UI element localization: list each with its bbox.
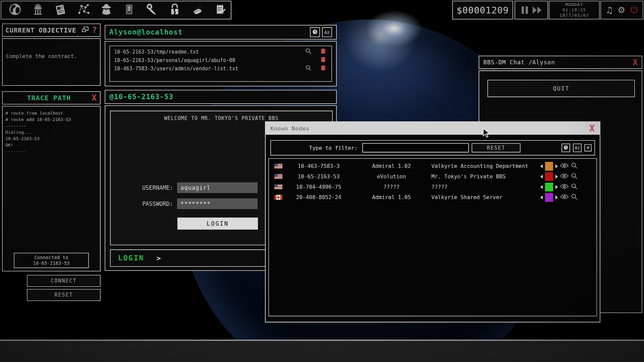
- quit-button[interactable]: QUIT: [487, 80, 635, 97]
- node-row[interactable]: 10-65-2163-53 eVolution Mr. Tokyo's Priv…: [269, 171, 596, 182]
- eye-icon: [560, 163, 569, 170]
- delete-file-button[interactable]: [319, 48, 327, 55]
- file-path: 10-65-2163-53/tmp/readme.txt: [114, 49, 199, 55]
- broken-lock-icon: [168, 2, 182, 18]
- color-prev-arrow[interactable]: [540, 195, 543, 199]
- watch-node-button[interactable]: [560, 184, 569, 190]
- password-label: PASSWORD:: [133, 200, 173, 207]
- node-row[interactable]: 10-463-7583-3 Admiral 1.02 Valkyrie Acco…: [269, 161, 596, 171]
- filter-label: Type to filter:: [271, 145, 358, 151]
- color-next-arrow[interactable]: [555, 164, 558, 168]
- node-number: 10-704-4996-75: [286, 184, 352, 190]
- password-input[interactable]: [177, 198, 258, 209]
- color-next-arrow[interactable]: [555, 195, 558, 199]
- sort-az-button[interactable]: Az: [573, 143, 582, 152]
- notes-button[interactable]: [213, 2, 228, 18]
- node-row[interactable]: 10-704-4996-75 ????? ?????: [269, 182, 596, 192]
- node-row[interactable]: 20-408-8052-24 Admiral 1.05 Valkyrie Sha…: [269, 192, 596, 202]
- sort-az-button[interactable]: Az: [322, 27, 332, 37]
- pause-button[interactable]: [522, 6, 528, 14]
- file-row[interactable]: 10-65-2163-53/personal/aquagirl/abufo-00: [114, 56, 327, 64]
- settings-button[interactable]: ⚙: [618, 6, 625, 14]
- network-map-button[interactable]: [76, 2, 91, 18]
- node-color-swatch[interactable]: [545, 172, 553, 181]
- command-login-label: LOGIN: [118, 254, 144, 262]
- file-row[interactable]: 10-463-7583-3/users/admin/vendor-list.tx…: [114, 64, 327, 73]
- color-next-arrow[interactable]: [555, 175, 558, 179]
- eye-icon: [560, 194, 569, 201]
- watch-node-button[interactable]: [560, 194, 569, 201]
- color-prev-arrow[interactable]: [540, 164, 543, 168]
- log-line: # route add 10-65-2163-53: [5, 116, 97, 123]
- key-icon: [145, 2, 159, 18]
- node-color-swatch[interactable]: [545, 193, 553, 202]
- trace-titlebar: TRACE PATH X: [2, 91, 101, 105]
- files-title: Alyson@localhost: [109, 28, 182, 36]
- music-button[interactable]: ♫: [605, 6, 613, 14]
- file-row[interactable]: 10-65-2163-53/tmp/readme.txt: [114, 48, 327, 56]
- missions-button[interactable]: [99, 2, 114, 18]
- filter-reset-button[interactable]: RESET: [472, 143, 521, 153]
- trace-title: TRACE PATH: [27, 94, 71, 102]
- news-button[interactable]: [53, 2, 68, 18]
- magnifier-icon: [571, 195, 578, 201]
- magnifier-icon: [305, 65, 312, 72]
- objective-title: CURRENT OBJECTIVE: [5, 26, 76, 34]
- sort-time-button[interactable]: [310, 27, 320, 37]
- software-button[interactable]: [190, 2, 205, 18]
- filter-input[interactable]: [362, 143, 469, 153]
- help-button[interactable]: ?: [92, 25, 97, 35]
- view-file-button[interactable]: [304, 65, 313, 72]
- trash-icon: [321, 65, 325, 72]
- node-number: 10-65-2163-53: [286, 173, 352, 180]
- node-color-swatch[interactable]: [545, 162, 553, 171]
- passwords-button[interactable]: [144, 2, 160, 18]
- sort-number-button[interactable]: #: [584, 144, 592, 152]
- us-flag-icon: [274, 164, 282, 169]
- starfield: [0, 0, 0, 0]
- view-file-button[interactable]: [304, 48, 313, 56]
- file-list: 10-65-2163-53/tmp/readme.txt 10-65-2163-…: [109, 46, 332, 82]
- delete-file-button[interactable]: [319, 57, 327, 64]
- watch-node-button[interactable]: [560, 173, 569, 180]
- objective-titlebar: CURRENT OBJECTIVE ?: [2, 23, 101, 37]
- username-input[interactable]: [177, 182, 258, 193]
- trace-reset-button[interactable]: RESET: [27, 289, 101, 301]
- nodes-titlebar[interactable]: Known Nodes X: [266, 122, 600, 135]
- node-number: 20-408-8052-24: [286, 194, 352, 200]
- bbs-login-button[interactable]: LOGIN: [177, 218, 258, 230]
- fast-forward-button[interactable]: [533, 6, 541, 14]
- username-row: USERNAME:: [133, 182, 258, 193]
- log-line: Dialing...: [5, 129, 97, 135]
- chat-titlebar: BBS-DM Chat /Alyson X: [479, 56, 642, 69]
- cracking-button[interactable]: [167, 2, 182, 18]
- connect-button[interactable]: CONNECT: [27, 275, 101, 287]
- watch-node-button[interactable]: [560, 163, 569, 170]
- file-path: 10-65-2163-53/personal/aquagirl/abufo-00: [114, 57, 235, 63]
- sort-time-button[interactable]: [561, 143, 570, 152]
- trash-icon: [321, 57, 325, 64]
- bank-button[interactable]: [30, 2, 46, 18]
- world-map-button[interactable]: [7, 2, 23, 18]
- node-color-swatch[interactable]: [545, 183, 553, 191]
- dossier-button[interactable]: [121, 2, 137, 18]
- username-label: USERNAME:: [133, 184, 173, 191]
- node-name: Valkyrie Accounting Department: [431, 163, 540, 169]
- popout-button[interactable]: [82, 26, 89, 34]
- node-os: Admiral 1.05: [352, 194, 431, 200]
- inspect-node-button[interactable]: [571, 162, 578, 170]
- gear-icon: ⚙: [618, 5, 625, 15]
- color-next-arrow[interactable]: [555, 185, 558, 189]
- delete-file-button[interactable]: [319, 65, 327, 72]
- power-button[interactable]: [630, 5, 638, 15]
- nodes-close-button[interactable]: X: [589, 124, 595, 133]
- inspect-node-button[interactable]: [571, 193, 578, 201]
- system-buttons: ♫ ⚙: [600, 1, 643, 19]
- inspect-node-button[interactable]: [571, 173, 578, 181]
- color-prev-arrow[interactable]: [540, 175, 543, 179]
- trace-close-button[interactable]: X: [92, 94, 97, 102]
- connected-label: Connected to: [34, 255, 68, 260]
- inspect-node-button[interactable]: [571, 183, 578, 191]
- color-prev-arrow[interactable]: [540, 185, 543, 189]
- chat-close-button[interactable]: X: [633, 58, 638, 66]
